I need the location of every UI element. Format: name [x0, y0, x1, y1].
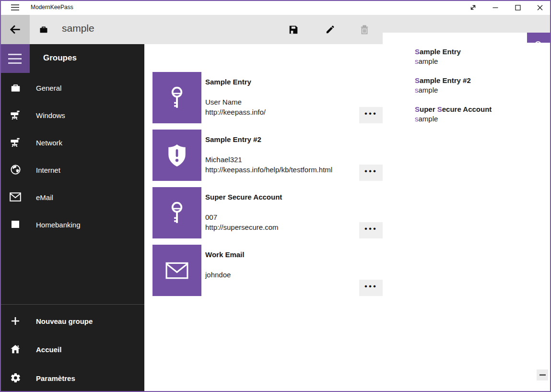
home-icon [10, 344, 21, 355]
entry-row-sample-entry[interactable]: Sample Entry User Name http://keepass.in… [144, 72, 403, 126]
network-icon [10, 109, 21, 121]
globe-icon [10, 164, 21, 176]
search-result-subtitle: sample [415, 114, 492, 124]
pencil-icon [325, 24, 335, 35]
entry-row-sample-entry-2[interactable]: Sample Entry #2 Michael321 http://keepas… [144, 130, 403, 183]
key-icon [166, 201, 188, 225]
sidebar-item-homebanking[interactable]: Homebanking [0, 211, 144, 238]
search-result-subtitle: sample [415, 57, 461, 66]
app-window: ModernKeePass [0, 0, 551, 392]
plus-icon [10, 315, 21, 327]
entry-tile [152, 72, 201, 123]
back-button[interactable] [0, 15, 30, 44]
edit-button[interactable] [318, 15, 341, 44]
entry-tile [152, 187, 201, 238]
search-result-title: Sample Entry [415, 47, 461, 57]
envelope-icon [165, 262, 188, 279]
search-suggestions-dropdown: Sample Entry sample Sample Entry #2 samp… [383, 43, 550, 134]
gear-icon [10, 372, 21, 384]
sidebar-item-network[interactable]: Network [0, 129, 144, 156]
shield-warning-icon [166, 143, 188, 167]
search-result-super-secure-account[interactable]: Super Secure Account sample [415, 105, 492, 124]
entry-username: Michael321 [205, 155, 242, 164]
hamburger-icon [8, 54, 22, 64]
entry-tile [152, 130, 201, 181]
sidebar-item-label: Paramètres [36, 374, 75, 382]
entry-url: http://supersecure.com [205, 223, 279, 231]
entry-row-work-email[interactable]: Work Email johndoe ••• [144, 245, 403, 298]
window-title: ModernKeePass [31, 0, 73, 15]
close-button[interactable] [529, 0, 551, 15]
key-icon [166, 86, 188, 110]
entry-tile [152, 245, 201, 296]
maximize-button[interactable] [507, 0, 529, 15]
sidebar-item-label: Homebanking [36, 220, 81, 228]
envelope-icon [10, 191, 21, 203]
trash-icon [359, 24, 370, 35]
save-button[interactable] [282, 15, 305, 44]
minimize-button[interactable] [484, 0, 506, 15]
square-icon [10, 219, 21, 230]
search-result-subtitle: sample [415, 85, 471, 95]
hamburger-icon[interactable] [6, 0, 23, 15]
sidebar-item-label: Windows [36, 111, 65, 119]
minus-icon [539, 374, 546, 376]
commandbar-see-more-button[interactable] [537, 369, 548, 380]
nav-toggle-button[interactable] [0, 44, 30, 73]
entry-username: 007 [205, 213, 217, 221]
entry-username: User Name [205, 98, 242, 106]
sidebar-header: Groupes [43, 53, 77, 63]
sidebar-item-new-group[interactable]: Nouveau groupe [0, 307, 144, 334]
search-result-sample-entry-2[interactable]: Sample Entry #2 sample [415, 76, 471, 95]
maximize-icon [515, 5, 521, 11]
sidebar-item-label: Internet [36, 166, 60, 174]
entry-url: http://keepass.info/ [205, 108, 266, 116]
entry-username: johndoe [205, 271, 231, 279]
entry-row-super-secure-account[interactable]: Super Secure Account 007 http://supersec… [144, 187, 403, 241]
sidebar-item-home[interactable]: Accueil [0, 335, 144, 363]
sidebar: Groupes General Win [0, 44, 144, 391]
search-result-sample-entry[interactable]: Sample Entry sample [415, 47, 461, 66]
entry-url: http://keepass.info/help/kb/testform.htm… [205, 166, 332, 174]
entry-more-button[interactable]: ••• [359, 107, 383, 123]
database-title: sample [62, 23, 94, 34]
sidebar-item-email[interactable]: eMail [0, 183, 144, 211]
search-result-title: Sample Entry #2 [415, 76, 471, 85]
network-icon [10, 137, 21, 148]
hamburger-icon-glyph [11, 4, 19, 11]
delete-button[interactable] [353, 15, 376, 44]
entry-title: Super Secure Account [205, 193, 282, 201]
fullscreen-button[interactable] [462, 0, 484, 15]
search-result-title: Super Secure Account [415, 105, 492, 114]
close-icon [537, 5, 543, 11]
sidebar-item-windows[interactable]: Windows [0, 101, 144, 129]
app-command-bar: sample [0, 15, 551, 44]
save-icon [288, 24, 299, 35]
briefcase-icon [10, 82, 21, 94]
minimize-icon [492, 5, 498, 11]
sidebar-item-label: General [36, 83, 61, 92]
briefcase-icon [39, 25, 48, 36]
sidebar-item-settings[interactable]: Paramètres [0, 364, 144, 392]
sidebar-item-label: Nouveau groupe [36, 317, 93, 325]
back-arrow-icon [9, 23, 22, 36]
entry-more-button[interactable]: ••• [359, 222, 383, 238]
sidebar-item-general[interactable]: General [0, 74, 144, 101]
entry-title: Work Email [205, 250, 244, 259]
sidebar-item-label: Accueil [36, 345, 61, 353]
titlebar: ModernKeePass [0, 0, 551, 15]
sidebar-divider [0, 304, 144, 305]
entry-more-button[interactable]: ••• [359, 280, 383, 296]
entry-title: Sample Entry [205, 78, 251, 86]
sidebar-item-label: Network [36, 138, 62, 146]
fullscreen-icon [469, 3, 477, 12]
sidebar-item-label: eMail [36, 193, 53, 201]
entry-title: Sample Entry #2 [205, 135, 261, 143]
entry-more-button[interactable]: ••• [359, 165, 383, 181]
sidebar-item-internet[interactable]: Internet [0, 156, 144, 183]
